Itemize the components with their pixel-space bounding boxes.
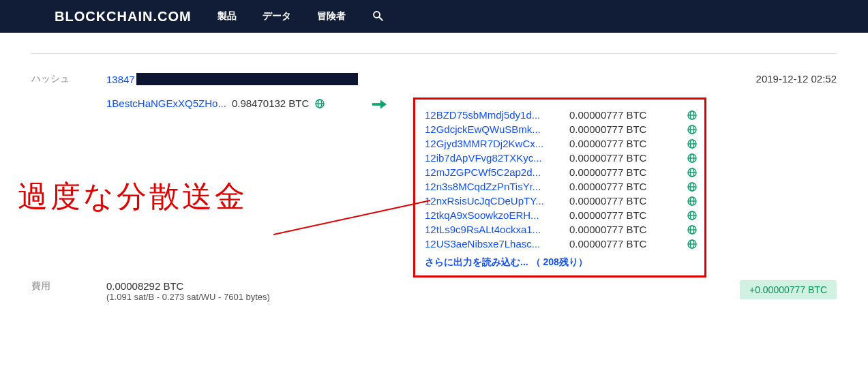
globe-icon[interactable] <box>687 138 698 149</box>
output-address-link[interactable]: 12GdcjckEwQWuSBmk... <box>425 123 558 135</box>
output-address-link[interactable]: 12US3aeNibsxe7Lhasc... <box>425 238 558 250</box>
hash-value[interactable]: 13847 <box>106 73 358 85</box>
output-amount: 0.00000777 BTC <box>569 238 675 250</box>
output-amount: 0.00000777 BTC <box>569 224 675 235</box>
top-divider <box>31 53 837 54</box>
output-address-link[interactable]: 12n3s8MCqdZzPnTisYr... <box>425 181 558 192</box>
globe-icon[interactable] <box>687 153 698 164</box>
output-amount: 0.00000777 BTC <box>569 181 675 192</box>
inputs-column: 1BestcHaNGExXQ5ZHo... 0.98470132 BTC <box>106 97 345 109</box>
navbar: BLOCKCHAIN.COM 製品 データ 冒険者 <box>0 0 868 33</box>
fee-detail: (1.091 sat/B - 0.273 sat/WU - 7601 bytes… <box>106 292 270 302</box>
globe-icon[interactable] <box>687 239 698 250</box>
output-address-link[interactable]: 12Gjyd3MMR7Dj2KwCx... <box>425 138 558 149</box>
nav-products[interactable]: 製品 <box>218 10 237 22</box>
search-icon[interactable] <box>372 10 384 24</box>
output-address-link[interactable]: 12mJZGPCWf5C2ap2d... <box>425 166 558 178</box>
hash-label: ハッシュ <box>31 73 106 85</box>
nav-data[interactable]: データ <box>263 10 291 22</box>
globe-icon[interactable] <box>687 167 698 178</box>
output-amount: 0.00000777 BTC <box>569 109 675 121</box>
hash-redacted <box>136 73 358 85</box>
fee-row: 費用 0.00008292 BTC (1.091 sat/B - 0.273 s… <box>31 278 837 318</box>
hash-row: ハッシュ 13847 2019-12-12 02:52 <box>31 61 837 97</box>
output-line: 12US3aeNibsxe7Lhasc...0.00000777 BTC <box>425 238 698 250</box>
output-amount: 0.00000777 BTC <box>569 195 675 207</box>
output-line: 12ib7dApVFvg82TXKyc...0.00000777 BTC <box>425 152 698 164</box>
output-line: 12nxRsisUcJqCDeUpTY...0.00000777 BTC <box>425 195 698 207</box>
transaction-content: ハッシュ 13847 2019-12-12 02:52 1BestcHaNGEx… <box>31 61 837 318</box>
hash-prefix: 13847 <box>106 74 135 85</box>
globe-icon[interactable] <box>687 210 698 221</box>
output-amount: 0.00000777 BTC <box>569 123 675 135</box>
output-address-link[interactable]: 12nxRsisUcJqCDeUpTY... <box>425 195 558 207</box>
globe-icon[interactable] <box>687 224 698 235</box>
output-amount: 0.00000777 BTC <box>569 166 675 178</box>
fee-label: 費用 <box>31 280 106 292</box>
net-amount-badge: +0.00000777 BTC <box>740 280 837 299</box>
tx-body: 1BestcHaNGExXQ5ZHo... 0.98470132 BTC 12B… <box>31 97 837 278</box>
globe-icon[interactable] <box>687 196 698 207</box>
timestamp: 2019-12-12 02:52 <box>756 73 837 85</box>
output-line: 12n3s8MCqdZzPnTisYr...0.00000777 BTC <box>425 181 698 192</box>
output-line: 12GdcjckEwQWuSBmk...0.00000777 BTC <box>425 123 698 135</box>
nav-explorer[interactable]: 冒険者 <box>317 10 346 22</box>
input-line: 1BestcHaNGExXQ5ZHo... 0.98470132 BTC <box>106 97 345 109</box>
output-line: 12Gjyd3MMR7Dj2KwCx...0.00000777 BTC <box>425 138 698 149</box>
output-address-link[interactable]: 12BZD75sbMmdj5dy1d... <box>425 109 558 121</box>
input-amount: 0.98470132 BTC <box>232 97 309 109</box>
globe-icon[interactable] <box>687 181 698 192</box>
outputs-box: 12BZD75sbMmdj5dy1d...0.00000777 BTC12Gdc… <box>413 97 706 278</box>
output-amount: 0.00000777 BTC <box>569 138 675 149</box>
output-line: 12BZD75sbMmdj5dy1d...0.00000777 BTC <box>425 109 698 121</box>
output-line: 12mJZGPCWf5C2ap2d...0.00000777 BTC <box>425 166 698 178</box>
output-amount: 0.00000777 BTC <box>569 152 675 164</box>
globe-icon[interactable] <box>314 98 325 109</box>
outputs-list: 12BZD75sbMmdj5dy1d...0.00000777 BTC12Gdc… <box>425 109 698 250</box>
output-address-link[interactable]: 12ib7dApVFvg82TXKyc... <box>425 152 558 164</box>
output-address-link[interactable]: 12tkqA9xSoowkzoERH... <box>425 209 558 221</box>
output-address-link[interactable]: 12tLs9c9RsALt4ockxa1... <box>425 224 558 235</box>
fee-amount: 0.00008292 BTC <box>106 280 270 292</box>
globe-icon[interactable] <box>687 124 698 135</box>
output-line: 12tLs9c9RsALt4ockxa1...0.00000777 BTC <box>425 224 698 235</box>
globe-icon[interactable] <box>687 110 698 121</box>
arrow-icon <box>345 97 413 110</box>
load-more-outputs[interactable]: さらに出力を読み込む... （ 208残り） <box>425 256 698 269</box>
output-amount: 0.00000777 BTC <box>569 209 675 221</box>
output-line: 12tkqA9xSoowkzoERH...0.00000777 BTC <box>425 209 698 221</box>
brand-logo[interactable]: BLOCKCHAIN.COM <box>55 9 192 25</box>
input-address-link[interactable]: 1BestcHaNGExXQ5ZHo... <box>106 97 226 109</box>
